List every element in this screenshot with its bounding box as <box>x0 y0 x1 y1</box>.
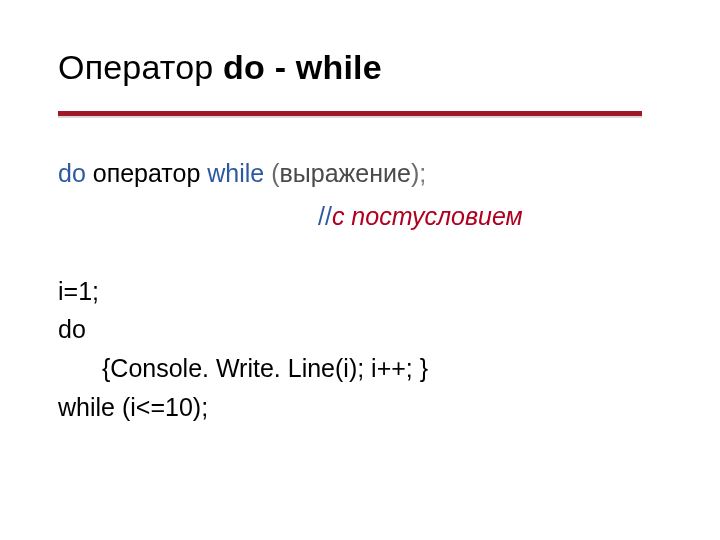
title-bold: do - while <box>223 48 382 86</box>
comment-slashes: // <box>318 202 332 230</box>
semicolon: ; <box>419 159 426 187</box>
code-line-3: {Console. Write. Line(i); i++; } <box>58 349 664 388</box>
slide: Оператор do - while do оператор while (в… <box>0 0 720 540</box>
comment-line: //с постусловием <box>58 197 664 236</box>
slide-title: Оператор do - while <box>58 48 664 87</box>
keyword-while: while <box>207 159 264 187</box>
comment-text: с постусловием <box>332 202 523 230</box>
content-area: do оператор while (выражение); //с посту… <box>58 154 664 427</box>
code-line-3-text: {Console. Write. Line(i); i++; } <box>58 349 428 388</box>
operator-word: оператор <box>86 159 207 187</box>
title-prefix: Оператор <box>58 48 223 86</box>
title-underline-shadow <box>58 116 642 118</box>
code-line-4: while (i<=10); <box>58 388 664 427</box>
code-line-2: do <box>58 310 664 349</box>
syntax-line: do оператор while (выражение); <box>58 154 664 193</box>
lparen: ( <box>264 159 279 187</box>
expression: выражение <box>280 159 411 187</box>
code-block: i=1; do {Console. Write. Line(i); i++; }… <box>58 272 664 427</box>
keyword-do: do <box>58 159 86 187</box>
code-line-1: i=1; <box>58 272 664 311</box>
